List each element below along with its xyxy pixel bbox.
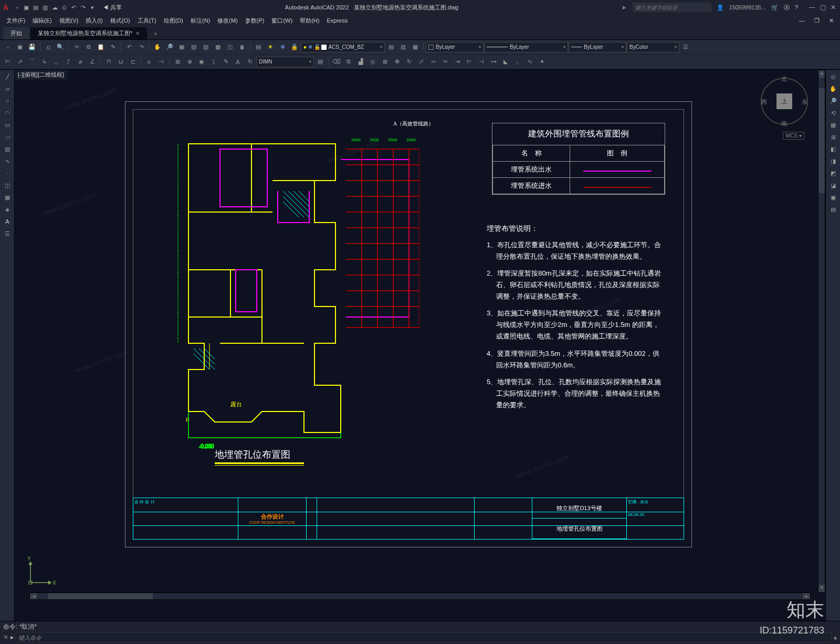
p-spline-icon[interactable]: ∿ xyxy=(1,155,14,167)
p-more-icon[interactable]: ☰ xyxy=(1,228,14,239)
tb-open-icon[interactable]: ▣ xyxy=(14,41,26,53)
scroll-thumb-v[interactable] xyxy=(818,88,825,193)
p-ellipse-icon[interactable]: ⬭ xyxy=(1,131,14,143)
m-rotate-icon[interactable]: ↻ xyxy=(403,56,415,68)
m-explode-icon[interactable]: ✦ xyxy=(536,56,548,68)
minimize-button[interactable]: — xyxy=(808,4,816,11)
qat-web-icon[interactable]: ☁ xyxy=(50,3,59,12)
tb-dc-icon[interactable]: ▧ xyxy=(188,41,200,53)
p-table-icon[interactable]: ▦ xyxy=(1,192,14,203)
m-break-icon[interactable]: ⊣ xyxy=(476,56,487,68)
d-base-icon[interactable]: ⊔ xyxy=(115,56,127,68)
tb-props-icon[interactable]: ▦ xyxy=(176,41,187,53)
tb-ls-icon[interactable]: ▥ xyxy=(397,41,409,53)
drawing-canvas[interactable]: [-][俯视][二维线框] 上 北 南 东 西 WCS ▾ A（高效管线路） xyxy=(15,70,825,621)
qat-open-icon[interactable]: ▣ xyxy=(22,3,30,12)
share-button[interactable]: ◀ 共享 xyxy=(103,4,122,12)
n-grid-icon[interactable]: ⊞ xyxy=(827,131,839,143)
tb-cut-icon[interactable]: ✂ xyxy=(71,41,82,53)
m-scale-icon[interactable]: ⤢ xyxy=(415,56,427,68)
d-break-icon[interactable]: ⊣ xyxy=(155,56,167,68)
help-icon[interactable]: ? xyxy=(795,4,798,10)
d-style-icon[interactable]: ▤ xyxy=(314,56,326,68)
d-aligned-icon[interactable]: ⇗ xyxy=(14,56,26,68)
m-chamfer-icon[interactable]: ◣ xyxy=(500,56,511,68)
m-join-icon[interactable]: ⊶ xyxy=(488,56,499,68)
tab-document[interactable]: 某独立别墅地源热泵空调系统施工图*✕ xyxy=(30,27,147,39)
vertical-scrollbar[interactable]: ▴ ▾ xyxy=(818,70,825,593)
p-rect-icon[interactable]: ▭ xyxy=(1,119,14,131)
cmd-expand-icon[interactable]: ▴ xyxy=(834,634,837,641)
tb-lc-icon[interactable]: ▦ xyxy=(410,41,421,53)
menu-help[interactable]: 帮助(H) xyxy=(297,16,322,26)
qat-plot-icon[interactable]: ⎙ xyxy=(60,3,68,12)
scroll-right-icon[interactable]: ▸ xyxy=(803,593,810,599)
qat-redo-icon[interactable]: ↷ xyxy=(79,3,87,12)
menu-modify[interactable]: 修改(M) xyxy=(214,16,241,26)
color-dropdown[interactable]: ByLayer▾ xyxy=(426,42,484,52)
tb-freeze-icon[interactable]: ❄ xyxy=(277,41,288,53)
p-point-icon[interactable]: · xyxy=(1,167,14,179)
doc-close-icon[interactable]: ✕ xyxy=(826,16,837,25)
tb-zoom-icon[interactable]: 🔎 xyxy=(164,41,175,53)
p-pline-icon[interactable]: ▱ xyxy=(1,83,14,94)
tb-paste-icon[interactable]: 📋 xyxy=(95,41,107,53)
m-move-icon[interactable]: ✥ xyxy=(391,56,403,68)
menu-format[interactable]: 格式(O) xyxy=(107,16,133,26)
menu-edit[interactable]: 编辑(E) xyxy=(29,16,55,26)
n-show-icon[interactable]: ▦ xyxy=(827,119,839,131)
m-fillet-icon[interactable]: ◟ xyxy=(512,56,523,68)
p-line-icon[interactable]: ╱ xyxy=(1,71,14,82)
tb-save-icon[interactable]: 💾 xyxy=(26,41,38,53)
qat-new-icon[interactable]: ▫ xyxy=(13,3,21,12)
tb-undo-icon[interactable]: ↶ xyxy=(123,41,135,53)
search-input[interactable]: 键入关键字或短语 xyxy=(633,3,711,12)
doc-restore-icon[interactable]: ❐ xyxy=(811,16,823,25)
m-break2-icon[interactable]: ⊢ xyxy=(464,56,475,68)
viewcube-west[interactable]: 西 xyxy=(761,98,767,106)
qat-dropdown-icon[interactable]: ▾ xyxy=(88,3,97,12)
plotstyle-dropdown[interactable]: ByColor▾ xyxy=(627,42,679,52)
n-more2-icon[interactable]: ◨ xyxy=(827,155,839,167)
n-orbit-icon[interactable]: ⟲ xyxy=(827,107,839,119)
n-more4-icon[interactable]: ◪ xyxy=(827,180,839,191)
maximize-button[interactable]: ▢ xyxy=(819,4,826,11)
m-array-icon[interactable]: ⊞ xyxy=(379,56,391,68)
n-more6-icon[interactable]: ▤ xyxy=(827,204,839,215)
app-icon[interactable]: Ⓐ xyxy=(784,4,790,12)
menu-window[interactable]: 窗口(W) xyxy=(268,16,296,26)
scroll-down-icon[interactable]: ▾ xyxy=(818,585,825,592)
d-space-icon[interactable]: ≡ xyxy=(143,56,155,68)
horizontal-scrollbar[interactable]: ◂ ▸ xyxy=(29,593,811,600)
d-jog-icon[interactable]: ⤴ xyxy=(62,56,74,68)
p-block-icon[interactable]: ◫ xyxy=(1,180,14,191)
tb-layer-icon[interactable]: ▤ xyxy=(253,41,264,53)
n-pan-icon[interactable]: ✋ xyxy=(827,83,839,94)
viewcube-east[interactable]: 东 xyxy=(802,98,807,106)
d-dia-icon[interactable]: ⌀ xyxy=(75,56,86,68)
m-blend-icon[interactable]: ∿ xyxy=(524,56,536,68)
p-arc-icon[interactable]: ◠ xyxy=(1,107,14,119)
m-erase-icon[interactable]: ⌫ xyxy=(331,56,342,68)
tb-ssm-icon[interactable]: ▩ xyxy=(212,41,224,53)
m-trim-icon[interactable]: ✂ xyxy=(439,56,451,68)
tb-pan-icon[interactable]: ✋ xyxy=(152,41,163,53)
viewcube-top-face[interactable]: 上 xyxy=(776,93,792,109)
d-upd-icon[interactable]: ↻ xyxy=(244,56,256,68)
menu-tools[interactable]: 工具(T) xyxy=(134,16,160,26)
d-edit-icon[interactable]: ✎ xyxy=(220,56,232,68)
command-input[interactable]: 键入命令 xyxy=(16,632,832,642)
wcs-label[interactable]: WCS ▾ xyxy=(783,132,804,140)
tb-lm-icon[interactable]: ▤ xyxy=(385,41,397,53)
linetype-dropdown[interactable]: ByLayer▾ xyxy=(484,42,568,52)
n-more5-icon[interactable]: ▣ xyxy=(827,192,839,203)
d-arc-icon[interactable]: ⌒ xyxy=(26,56,38,68)
p-region-icon[interactable]: ◈ xyxy=(1,204,14,215)
viewcube-south[interactable]: 南 xyxy=(781,120,787,128)
qat-saveas-icon[interactable]: ▥ xyxy=(41,3,49,12)
menu-draw[interactable]: 绘图(D) xyxy=(161,16,186,26)
tab-start[interactable]: 开始 xyxy=(3,27,29,39)
tb-calc-icon[interactable]: 🖩 xyxy=(236,41,248,53)
d-tedit-icon[interactable]: A xyxy=(232,56,244,68)
m-copy-icon[interactable]: ⧉ xyxy=(343,56,354,68)
